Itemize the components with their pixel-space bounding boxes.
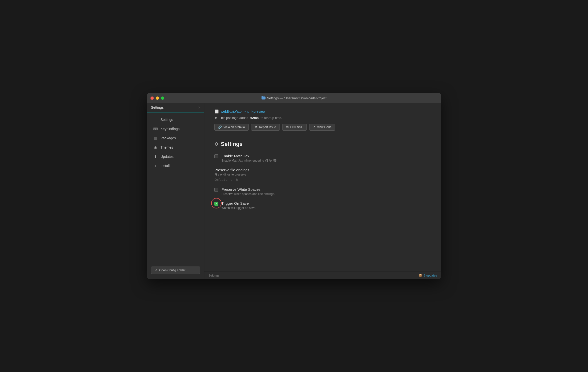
sync-icon: ↻: [214, 116, 217, 120]
titlebar: Settings — /Users/ant/Downloads/Project: [147, 93, 441, 103]
section-divider: [214, 136, 431, 136]
folder-icon: [262, 96, 266, 99]
package-icon: ▦: [153, 136, 157, 140]
status-label: Settings: [208, 274, 219, 277]
setting-trigger-on-save: Trigger On Save Watch will trigger on sa…: [214, 201, 431, 210]
monitor-icon: ⬜: [214, 109, 219, 113]
startup-info: ↻ This package added 62ms to startup tim…: [214, 116, 431, 120]
sidebar-item-keybindings[interactable]: ⌨ Keybindings: [148, 124, 203, 133]
sidebar-item-updates-label: Updates: [160, 155, 173, 159]
action-buttons: 🔗 View on Atom.io ⚑ Report Issue ⚖ LICEN…: [214, 124, 431, 131]
app-window: Settings — /Users/ant/Downloads/Project …: [147, 93, 441, 279]
sidebar-item-themes-label: Themes: [160, 145, 173, 149]
grid-icon: ⊞: [153, 118, 157, 122]
settings-section: ⚙ Settings Enable Math Jax Enable MathJa…: [214, 141, 431, 210]
main-layout: Settings × ⊞ Settings ⌨ Keybindings ▦ Pa…: [147, 103, 441, 279]
package-link[interactable]: ⬜ webBoxio/atom-html-preview: [214, 109, 431, 113]
content-area: ⬜ webBoxio/atom-html-preview ↻ This pack…: [204, 103, 441, 279]
sidebar-item-packages-label: Packages: [160, 136, 176, 140]
window-title: Settings — /Users/ant/Downloads/Project: [262, 96, 326, 100]
trigger-on-save-label: Trigger On Save: [221, 201, 256, 205]
flag-icon: ⚑: [255, 125, 258, 129]
sidebar-nav: ⊞ Settings ⌨ Keybindings ▦ Packages ◉ Th…: [147, 112, 204, 263]
sidebar-item-updates[interactable]: ⬆ Updates: [148, 152, 203, 161]
gear-icon: ⚙: [214, 141, 218, 147]
open-config-button[interactable]: ↗ Open Config Folder: [151, 267, 200, 274]
updates-badge[interactable]: 📦 3 updates: [419, 274, 437, 277]
setting-enable-math-jax: Enable Math Jax Enable MathJax inline re…: [214, 154, 431, 162]
trigger-on-save-checkbox[interactable]: [214, 202, 218, 206]
view-atom-button[interactable]: 🔗 View on Atom.io: [214, 124, 249, 131]
sidebar: Settings × ⊞ Settings ⌨ Keybindings ▦ Pa…: [147, 103, 204, 279]
theme-icon: ◉: [153, 145, 157, 149]
trigger-on-save-highlight: [214, 201, 218, 206]
key-icon: ⌨: [153, 127, 157, 131]
trigger-on-save-content: Trigger On Save Watch will trigger on sa…: [221, 201, 256, 210]
close-button[interactable]: [150, 96, 154, 100]
startup-time: 62ms: [250, 116, 259, 120]
report-issue-button[interactable]: ⚑ Report Issue: [251, 124, 280, 131]
preserve-file-endings-label: Preserve file endings: [214, 168, 431, 172]
scale-icon: ⚖: [286, 125, 289, 129]
sidebar-item-settings[interactable]: ⊞ Settings: [148, 115, 203, 124]
open-config-icon: ↗: [155, 269, 157, 272]
view-code-button[interactable]: ↗ View Code: [309, 124, 335, 131]
sidebar-item-settings-label: Settings: [160, 118, 173, 122]
package-header: ⬜ webBoxio/atom-html-preview ↻ This pack…: [214, 109, 431, 131]
preserve-white-spaces-checkbox[interactable]: [214, 188, 218, 192]
plus-icon: +: [153, 164, 157, 168]
enable-math-jax-desc: Enable MathJax inline rendering \f$ \pi …: [221, 159, 277, 162]
maximize-button[interactable]: [161, 96, 164, 100]
updates-count: 3 updates: [424, 274, 437, 277]
sidebar-item-install-label: Install: [160, 164, 170, 168]
sidebar-item-install[interactable]: + Install: [148, 161, 203, 170]
sidebar-item-keybindings-label: Keybindings: [160, 127, 179, 131]
minimize-button[interactable]: [156, 96, 159, 100]
sidebar-tab-label: Settings: [151, 105, 164, 109]
content-inner: ⬜ webBoxio/atom-html-preview ↻ This pack…: [204, 103, 441, 272]
sidebar-footer: ↗ Open Config Folder: [147, 263, 204, 279]
enable-math-jax-content: Enable Math Jax Enable MathJax inline re…: [221, 154, 277, 162]
updates-icon: 📦: [419, 274, 422, 277]
enable-math-jax-checkbox[interactable]: [214, 154, 218, 158]
preserve-white-spaces-label: Preserve White Spaces: [221, 187, 275, 191]
setting-preserve-white-spaces: Preserve White Spaces Preserve white spa…: [214, 187, 431, 196]
sidebar-item-themes[interactable]: ◉ Themes: [148, 143, 203, 152]
settings-heading: Settings: [221, 141, 243, 147]
extlink-icon: ↗: [313, 125, 315, 129]
enable-math-jax-label: Enable Math Jax: [221, 154, 277, 158]
preserve-white-spaces-desc: Preserve white spaces and line endings.: [221, 192, 275, 196]
link-icon: 🔗: [218, 125, 222, 129]
sidebar-tab-close-button[interactable]: ×: [198, 106, 200, 109]
sidebar-tab: Settings ×: [147, 103, 204, 112]
traffic-lights: [150, 96, 164, 100]
sidebar-item-packages[interactable]: ▦ Packages: [148, 134, 203, 143]
update-icon: ⬆: [153, 155, 157, 159]
status-bar: Settings 📦 3 updates: [204, 272, 441, 279]
preserve-white-spaces-content: Preserve White Spaces Preserve white spa…: [221, 187, 275, 196]
preserve-file-endings-desc: File endings to preserve: [214, 173, 431, 176]
preserve-file-endings-default: Default: c, h: [214, 178, 431, 182]
license-button[interactable]: ⚖ LICENSE: [282, 124, 307, 131]
trigger-on-save-desc: Watch will trigger on save.: [221, 206, 256, 210]
setting-preserve-file-endings: Preserve file endings File endings to pr…: [214, 168, 431, 182]
settings-section-title: ⚙ Settings: [214, 141, 431, 147]
